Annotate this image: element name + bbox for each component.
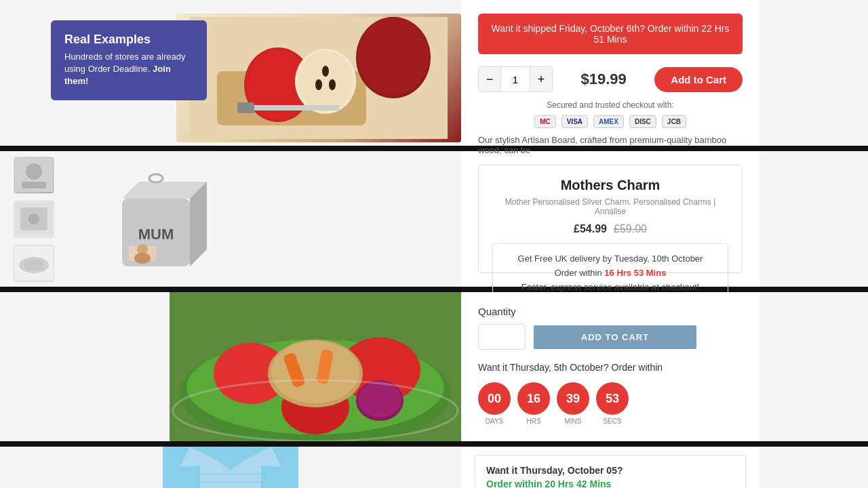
mins-label: MINS xyxy=(565,418,582,425)
days-circle: 00 xyxy=(478,382,511,415)
countdown-secs: 53 SECS xyxy=(596,382,629,425)
thumbnail-1[interactable] xyxy=(14,157,54,194)
quantity-input[interactable] xyxy=(500,67,530,92)
section4-left-panel xyxy=(0,447,461,488)
food-quantity-input[interactable] xyxy=(479,331,526,343)
countdown-mins: 39 MINS xyxy=(557,382,589,425)
charm-delivery-order: Order within 16 Hrs 53 Mins xyxy=(502,266,718,281)
checkout-info: Secured and trusted checkout with: xyxy=(478,100,743,110)
quantity-control: − + xyxy=(478,66,553,92)
mins-circle: 39 xyxy=(557,382,589,415)
divider-3 xyxy=(0,441,868,447)
section2-left-panel: MUM xyxy=(0,151,461,287)
product-description: Our stylish Artisan Board, crafted from … xyxy=(478,135,743,155)
want-it-order: Order within 20 Hrs 42 Mins xyxy=(486,479,734,488)
section2-charm: MUM Mothers Charm Mother Personalised Si… xyxy=(0,151,868,287)
charm-price-new: £54.99 xyxy=(574,223,607,235)
charm-product-subtitle: Mother Personalised Silver Charm. Person… xyxy=(492,197,728,216)
product-actions: − + $19.99 Add to Cart xyxy=(478,66,743,92)
secs-label: SECS xyxy=(603,418,621,425)
food-add-to-cart-button[interactable]: ADD TO CART xyxy=(534,325,696,349)
section1-left-panel: Real Examples Hundreds of stores are alr… xyxy=(0,0,461,146)
svg-text:MUM: MUM xyxy=(138,226,174,243)
svg-point-14 xyxy=(26,163,42,180)
section2-right-panel: Mothers Charm Mother Personalised Silver… xyxy=(461,151,760,287)
shipping-banner: Want it shipped Friday, October 6th? Ord… xyxy=(478,14,743,54)
hrs-circle: 16 xyxy=(517,382,550,415)
discover-icon: DISC xyxy=(629,115,656,128)
product-thumbnails xyxy=(14,157,54,282)
svg-point-18 xyxy=(28,214,39,224)
svg-rect-11 xyxy=(244,105,339,110)
hrs-label: HRS xyxy=(526,418,540,425)
svg-point-3 xyxy=(357,17,429,96)
section4-right-panel: Want it Thursday, October 05? Order with… xyxy=(461,447,760,488)
secs-circle: 53 xyxy=(596,382,629,415)
quantity-increase-btn[interactable]: + xyxy=(530,67,552,92)
shirt-product-image xyxy=(163,447,298,488)
countdown-timer: 00 DAYS 16 HRS 39 MINS 53 SECS xyxy=(478,382,743,425)
want-it-time: 20 Hrs 42 Mins xyxy=(545,479,611,488)
countdown-days: 00 DAYS xyxy=(478,382,511,425)
want-it-title: Want it Thursday, October 05? xyxy=(486,465,734,476)
svg-point-38 xyxy=(271,341,359,403)
food-product-image xyxy=(170,292,461,441)
want-it-box: Want it Thursday, October 05? Order with… xyxy=(475,455,746,488)
real-examples-title: Real Examples xyxy=(64,33,193,47)
charm-main-image: MUM xyxy=(68,158,258,280)
payment-icons: MC VISA AMEX DISC JCB xyxy=(478,115,743,128)
svg-point-10 xyxy=(315,79,322,90)
countdown-hrs: 16 HRS xyxy=(517,382,550,425)
real-examples-box: Real Examples Hundreds of stores are alr… xyxy=(51,20,207,100)
section4-bottom: Want it Thursday, October 05? Order with… xyxy=(0,447,868,488)
price-display: $19.99 xyxy=(581,70,627,88)
amex-icon: AMEX xyxy=(593,115,624,128)
svg-point-8 xyxy=(322,66,329,77)
svg-point-9 xyxy=(329,79,336,90)
quantity-decrease-btn[interactable]: − xyxy=(479,67,500,92)
apple-visual xyxy=(176,14,461,142)
section3-food: Quantity ▲ ▼ ADD TO CART Want it Thursda… xyxy=(0,292,868,441)
section1-top: Real Examples Hundreds of stores are alr… xyxy=(0,0,868,146)
charm-delivery-text: Get Free UK delivery by Tuesday, 10th Oc… xyxy=(502,252,718,266)
svg-rect-12 xyxy=(237,102,254,113)
thumbnail-3[interactable] xyxy=(14,245,54,282)
mastercard-icon: MC xyxy=(534,115,556,128)
thumbnail-2[interactable] xyxy=(14,201,54,238)
jcb-icon: JCB xyxy=(662,115,686,128)
divider-2 xyxy=(0,287,868,292)
visa-icon: VISA xyxy=(561,115,588,128)
product-card-charm: Mothers Charm Mother Personalised Silver… xyxy=(478,165,743,273)
svg-rect-21 xyxy=(24,260,43,270)
charm-delivery-time: 16 Hrs 53 Mins xyxy=(604,268,666,278)
section3-right-panel: Quantity ▲ ▼ ADD TO CART Want it Thursda… xyxy=(461,292,760,441)
qty-box: ▲ ▼ xyxy=(478,324,526,350)
svg-point-7 xyxy=(297,51,354,112)
qty-row: ▲ ▼ ADD TO CART xyxy=(478,324,743,350)
section1-right-panel: Want it shipped Friday, October 6th? Ord… xyxy=(461,0,760,146)
svg-point-28 xyxy=(134,253,151,264)
svg-point-29 xyxy=(149,174,163,182)
section3-left-panel xyxy=(0,292,461,441)
quantity-label: Quantity xyxy=(478,306,743,317)
svg-rect-15 xyxy=(22,182,46,188)
real-examples-desc: Hundreds of stores are already using Ord… xyxy=(64,51,193,88)
add-to-cart-button[interactable]: Add to Cart xyxy=(654,67,743,92)
charm-price-old: £59.00 xyxy=(614,223,647,235)
order-message: Want it Thursday, 5th October? Order wit… xyxy=(478,362,743,373)
charm-product-title: Mothers Charm xyxy=(492,178,728,193)
charm-price-row: £54.99 £59.00 xyxy=(492,223,728,235)
product-image-apples xyxy=(176,14,461,142)
days-label: DAYS xyxy=(486,418,504,425)
